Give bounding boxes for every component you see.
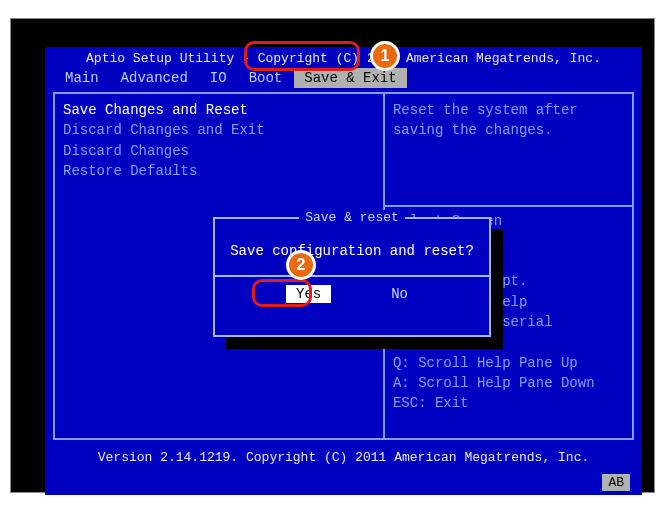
- yes-button[interactable]: Yes: [286, 285, 331, 303]
- confirm-dialog: Save & reset Save configuration and rese…: [213, 217, 491, 337]
- help-line: A: Scroll Help Pane Down: [393, 373, 624, 393]
- no-button[interactable]: No: [381, 285, 418, 303]
- menu-discard[interactable]: Discard Changes: [63, 141, 375, 161]
- help-line: Q: Scroll Help Pane Up: [393, 353, 624, 373]
- tab-bar: Main Advanced IO Boot Save & Exit: [45, 66, 642, 92]
- help-divider: [385, 205, 632, 207]
- dialog-message: Save configuration and reset?: [215, 225, 489, 275]
- tab-advanced[interactable]: Advanced: [111, 68, 198, 88]
- dialog-title-wrap: Save & reset: [215, 209, 489, 225]
- tab-boot[interactable]: Boot: [239, 68, 293, 88]
- menu-save-reset[interactable]: Save Changes and Reset: [63, 100, 375, 120]
- dialog-title: Save & reset: [299, 210, 405, 225]
- tab-save-exit[interactable]: Save & Exit: [294, 68, 406, 88]
- bios-footer: Version 2.14.1219. Copyright (C) 2011 Am…: [45, 440, 642, 465]
- tab-io[interactable]: IO: [200, 68, 237, 88]
- bios-header: Aptio Setup Utility - Copyright (C) 2011…: [45, 47, 642, 66]
- tab-main[interactable]: Main: [55, 68, 109, 88]
- outer-frame: Aptio Setup Utility - Copyright (C) 2011…: [10, 18, 655, 493]
- menu-restore-defaults[interactable]: Restore Defaults: [63, 161, 375, 181]
- dialog-buttons: Yes No: [215, 277, 489, 311]
- help-line: ESC: Exit: [393, 393, 624, 413]
- menu-discard-exit[interactable]: Discard Changes and Exit: [63, 120, 375, 140]
- keyboard-indicator: AB: [602, 474, 630, 491]
- bios-screen: Aptio Setup Utility - Copyright (C) 2011…: [45, 47, 642, 495]
- help-description: Reset the system after saving the change…: [393, 100, 624, 141]
